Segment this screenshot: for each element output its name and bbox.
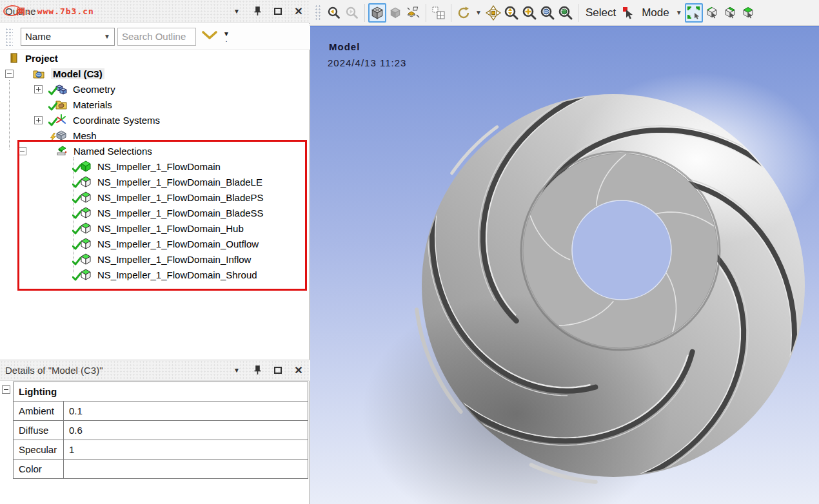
expand-expander-icon[interactable] xyxy=(34,85,43,93)
collapse-expander-icon[interactable] xyxy=(5,70,14,78)
details-table: Lighting Ambient 0.1 Diffuse 0.6 Specula… xyxy=(13,382,308,479)
pin-icon[interactable] xyxy=(252,6,263,17)
viewport-model-label: Model xyxy=(329,41,360,52)
viewports-button[interactable] xyxy=(429,3,448,23)
detail-label: Ambient xyxy=(14,402,64,421)
shaded-view-button[interactable] xyxy=(386,3,404,23)
expand-expander-icon[interactable] xyxy=(34,116,43,124)
check-icon xyxy=(48,102,57,111)
tree-item-model[interactable]: Model (C3) xyxy=(0,66,310,81)
check-icon xyxy=(72,195,81,204)
outline-tree: Project Model (C3) Geometry xyxy=(0,50,310,282)
details-row-color: Color xyxy=(14,460,308,479)
named-selection-cube-icon xyxy=(80,222,92,234)
tree-item-ns-bladeps[interactable]: NS_Impeller_1_FlowDomain_BladePS xyxy=(0,189,310,205)
watermark-text: 网: www.7b3.cn xyxy=(17,6,94,17)
graphics-viewport[interactable]: Model 2024/4/13 11:23 xyxy=(310,26,819,504)
pan-button[interactable] xyxy=(484,3,502,23)
previous-view-button[interactable] xyxy=(325,3,343,23)
details-window-buttons: ▼ ✕ xyxy=(231,365,304,376)
rotate-button[interactable] xyxy=(455,3,473,23)
maximize-icon[interactable] xyxy=(272,6,284,17)
name-filter-dropdown[interactable]: Name ▼ xyxy=(21,28,115,46)
tree-item-ns-flowdomain[interactable]: NS_Impeller_1_FlowDomain xyxy=(0,159,310,174)
toolbar-separator xyxy=(578,4,578,22)
mode-caret-icon[interactable]: ▼ xyxy=(676,9,682,16)
check-icon xyxy=(72,226,81,235)
named-selection-cube-icon xyxy=(80,207,92,218)
toolbar-separator xyxy=(426,4,426,22)
tree-item-project[interactable]: Project xyxy=(0,50,310,66)
toolbar-separator xyxy=(364,4,365,22)
tree-item-ns-inflow[interactable]: NS_Impeller_1_FlowDomain_Inflow xyxy=(0,251,310,267)
lighting-group-expander-icon[interactable] xyxy=(2,385,10,394)
select-edges-button[interactable] xyxy=(703,3,721,23)
more-options-caret-icon[interactable]: ▼. xyxy=(223,32,230,42)
named-selection-cube-icon xyxy=(80,191,92,203)
detail-value[interactable]: 0.1 xyxy=(64,402,308,421)
named-selection-cube-icon xyxy=(80,238,92,249)
ansys-mechanical-window: Outline 网: www.7b3.cn ▼ ✕ Name ▼ xyxy=(0,0,819,504)
tree-item-ns-hub[interactable]: NS_Impeller_1_FlowDomain_Hub xyxy=(0,220,310,236)
tree-item-named-selections[interactable]: Named Selections xyxy=(0,143,310,159)
maximize-icon[interactable] xyxy=(272,365,284,376)
viewport-timestamp: 2024/4/13 11:23 xyxy=(328,57,406,68)
select-cursor-icon[interactable] xyxy=(620,3,638,23)
outline-titlebar: Outline 网: www.7b3.cn ▼ ✕ xyxy=(0,0,310,23)
zoom-button[interactable] xyxy=(502,3,520,23)
expand-search-chevron-icon[interactable] xyxy=(201,30,218,43)
panel-menu-caret-icon[interactable]: ▼ xyxy=(231,365,242,376)
check-icon xyxy=(72,164,81,173)
select-faces-button[interactable] xyxy=(721,3,739,23)
zoom-to-fit-button[interactable] xyxy=(538,3,557,23)
detail-value[interactable]: 0.6 xyxy=(64,421,308,440)
details-row-diffuse: Diffuse 0.6 xyxy=(14,421,308,440)
tree-item-ns-outflow[interactable]: NS_Impeller_1_FlowDomain_Outflow xyxy=(0,236,310,251)
isometric-view-button[interactable] xyxy=(368,3,386,23)
detail-label: Color xyxy=(14,460,64,479)
tree-item-ns-bladele[interactable]: NS_Impeller_1_FlowDomain_BladeLE xyxy=(0,174,310,189)
tree-item-materials[interactable]: Materials xyxy=(0,97,310,112)
close-icon[interactable]: ✕ xyxy=(293,6,304,17)
chevron-down-icon: ▼ xyxy=(104,33,110,40)
tree-item-ns-bladess[interactable]: NS_Impeller_1_FlowDomain_BladeSS xyxy=(0,205,310,220)
rotate-options-caret-icon[interactable]: ▼ xyxy=(475,9,482,16)
box-zoom-button[interactable] xyxy=(520,3,538,23)
model-icon xyxy=(33,68,44,79)
check-icon xyxy=(72,179,81,188)
check-icon xyxy=(72,210,81,219)
explode-view-button[interactable] xyxy=(404,3,422,23)
details-group-row[interactable]: Lighting xyxy=(14,382,308,402)
name-filter-value: Name xyxy=(25,31,51,42)
next-view-button[interactable] xyxy=(343,3,361,23)
details-titlebar: Details of "Model (C3)" ▼ ✕ xyxy=(0,360,310,381)
outline-controls: Name ▼ ▼. xyxy=(0,24,310,50)
tree-guide-line xyxy=(9,80,10,150)
collapse-expander-icon[interactable] xyxy=(18,147,26,155)
outline-panel: Outline 网: www.7b3.cn ▼ ✕ Name ▼ xyxy=(0,0,310,504)
graphics-toolbar: ▼ Select Mode ▼ xyxy=(310,0,819,26)
tree-item-geometry[interactable]: Geometry xyxy=(0,81,310,97)
search-input[interactable] xyxy=(117,28,196,46)
drag-grip-icon[interactable] xyxy=(5,28,13,46)
tree-item-mesh[interactable]: Mesh xyxy=(0,128,310,143)
toolbar-separator xyxy=(451,4,451,22)
tree-item-coordinate-systems[interactable]: Coordinate Systems xyxy=(0,112,310,128)
select-bodies-button[interactable] xyxy=(739,3,757,23)
detail-label: Diffuse xyxy=(14,421,64,440)
detail-value[interactable] xyxy=(64,460,308,479)
pin-icon[interactable] xyxy=(252,365,263,376)
detail-value[interactable]: 1 xyxy=(64,440,308,460)
select-label: Select xyxy=(586,6,616,19)
named-selections-icon xyxy=(56,145,68,157)
panel-menu-caret-icon[interactable]: ▼ xyxy=(231,6,242,17)
details-row-ambient: Ambient 0.1 xyxy=(14,402,308,421)
check-icon xyxy=(48,117,57,126)
impeller-3d-model[interactable] xyxy=(310,27,819,504)
select-vertices-button[interactable] xyxy=(685,3,703,23)
magnifier-window-button[interactable] xyxy=(557,3,575,23)
close-icon[interactable]: ✕ xyxy=(293,365,304,376)
update-required-bolt-icon xyxy=(48,133,57,142)
toolbar-grip-icon[interactable] xyxy=(315,5,321,21)
tree-item-ns-shroud[interactable]: NS_Impeller_1_FlowDomain_Shroud xyxy=(0,267,310,282)
